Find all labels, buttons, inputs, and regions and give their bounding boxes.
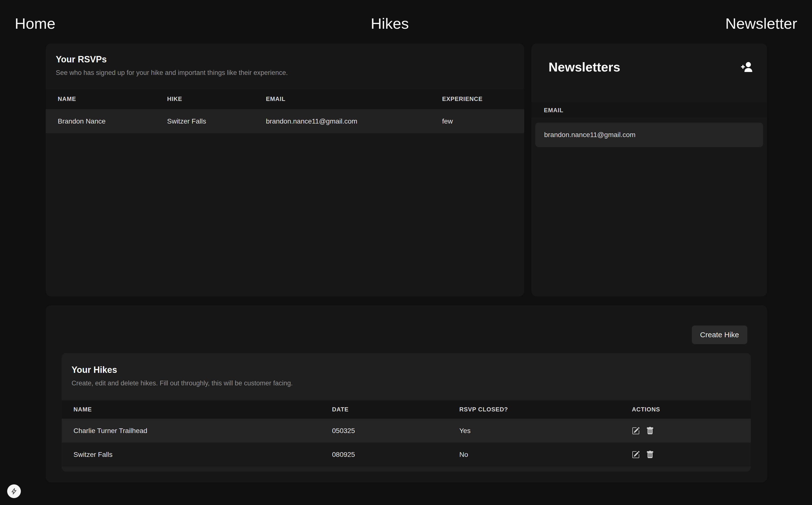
edit-hike-button[interactable] [632, 427, 640, 435]
hike-table-row: Switzer Falls 080925 No [62, 443, 751, 467]
rsvps-table: NAME HIKE EMAIL EXPERIENCE Brandon Nance… [46, 89, 524, 133]
hike-name: Switzer Falls [62, 451, 320, 459]
delete-hike-button[interactable] [646, 451, 654, 459]
delete-hike-button[interactable] [646, 427, 654, 435]
rsvp-table-row: Brandon Nance Switzer Falls brandon.nanc… [46, 109, 524, 133]
trash-icon [646, 451, 654, 459]
rsvp-name: Brandon Nance [46, 118, 155, 125]
create-hike-button[interactable]: Create Hike [692, 325, 748, 344]
column-header-experience: EXPERIENCE [430, 96, 524, 103]
person-plus-icon [740, 61, 753, 73]
hike-date: 050325 [320, 427, 447, 435]
column-header-actions: ACTIONS [632, 406, 751, 413]
rsvp-hike: Switzer Falls [155, 118, 254, 125]
rsvps-title: Your RSVPs [56, 54, 514, 65]
hikes-subtitle: Create, edit and delete hikes. Fill out … [72, 378, 741, 388]
hikes-card: Your Hikes Create, edit and delete hikes… [62, 353, 751, 472]
top-nav: Home Hikes Newsletter [0, 0, 812, 47]
rsvps-subtitle: See who has signed up for your hike and … [56, 68, 514, 77]
hikes-section: Create Hike Your Hikes Create, edit and … [46, 305, 767, 482]
hike-date: 080925 [320, 451, 447, 459]
bolt-badge[interactable] [7, 484, 21, 498]
hike-rsvp-closed: No [447, 451, 632, 459]
hike-table-row: Charlie Turner Trailhead 050325 Yes [62, 419, 751, 443]
rsvp-email: brandon.nance11@gmail.com [254, 118, 430, 125]
edit-pencil-square-icon [632, 451, 640, 459]
nav-home[interactable]: Home [15, 15, 55, 32]
trash-icon [646, 427, 654, 435]
rsvps-table-header: NAME HIKE EMAIL EXPERIENCE [46, 89, 524, 109]
nav-hikes[interactable]: Hikes [371, 15, 409, 32]
newsletter-row: brandon.nance11@gmail.com [535, 123, 763, 147]
column-header-rsvp-closed: RSVP CLOSED? [447, 406, 632, 413]
rsvp-experience: few [430, 118, 524, 125]
edit-pencil-square-icon [632, 427, 640, 435]
hikes-title: Your Hikes [72, 364, 741, 375]
hike-name: Charlie Turner Trailhead [62, 427, 320, 435]
column-header-email: EMAIL [544, 107, 563, 114]
newsletter-email: brandon.nance11@gmail.com [544, 131, 636, 139]
newsletters-title: Newsletters [549, 60, 620, 74]
edit-hike-button[interactable] [632, 451, 640, 459]
newsletters-panel: Newsletters EMAIL brandon.nance11@gmail.… [531, 43, 767, 297]
nav-newsletter[interactable]: Newsletter [725, 15, 797, 32]
add-subscriber-button[interactable] [740, 61, 753, 73]
column-header-name: NAME [46, 96, 155, 103]
rsvps-card: Your RSVPs See who has signed up for you… [46, 43, 524, 297]
column-header-name: NAME [62, 406, 320, 413]
column-header-hike: HIKE [155, 96, 254, 103]
hike-rsvp-closed: Yes [447, 427, 632, 435]
hikes-table-header: NAME DATE RSVP CLOSED? ACTIONS [62, 400, 751, 419]
lightning-bolt-icon [10, 488, 18, 495]
column-header-date: DATE [320, 406, 447, 413]
hikes-table: NAME DATE RSVP CLOSED? ACTIONS Charlie T… [62, 400, 751, 467]
newsletters-table-header: EMAIL [531, 103, 767, 118]
column-header-email: EMAIL [254, 96, 430, 103]
